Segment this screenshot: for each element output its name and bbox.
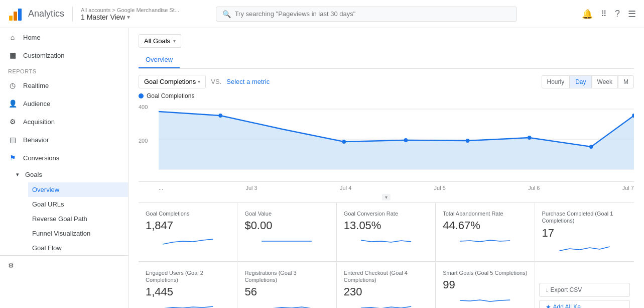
- sidebar-item-conversions[interactable]: ⚑ Conversions: [0, 149, 128, 167]
- metric-value-value: $0.00: [244, 219, 329, 232]
- chart-scroll-indicator[interactable]: ▾: [139, 193, 634, 200]
- main-content: All Goals ▾ Overview Goal Completions ▾ …: [128, 28, 644, 308]
- metric-label-goal3: Registrations (Goal 3 Completions): [244, 269, 329, 284]
- metric-card-completions: Goal Completions 1,847: [139, 203, 237, 262]
- sidebar-item-acquisition[interactable]: ⚙ Acquisition: [0, 113, 128, 131]
- metric-card-value: Goal Value $0.00: [237, 203, 336, 262]
- tabs: Overview: [139, 52, 634, 69]
- audience-icon: 👤: [8, 99, 17, 108]
- logo: Analytics: [8, 7, 64, 22]
- metric-value-abandonment-rate: 44.67%: [443, 219, 527, 232]
- add-all-key-label: Add All Ke: [553, 303, 581, 308]
- time-btn-hourly[interactable]: Hourly: [542, 75, 570, 88]
- metric-value-goal3: 56: [244, 285, 329, 298]
- master-view-dropdown-arrow[interactable]: ▾: [127, 14, 130, 21]
- sparkline-goal1: [542, 242, 627, 256]
- metric-card-goal3: Registrations (Goal 3 Completions) 56: [237, 262, 336, 308]
- export-csv-label: Export CSV: [551, 286, 582, 293]
- metric-dropdown-button[interactable]: Goal Completions ▾: [139, 75, 206, 88]
- sidebar-item-customization[interactable]: ▦ Customization: [0, 46, 128, 64]
- time-buttons: Hourly Day Week M: [542, 75, 634, 88]
- breadcrumb-bottom: 1 Master View ▾: [81, 13, 179, 21]
- svg-rect-0: [9, 16, 13, 21]
- all-goals-button[interactable]: All Goals ▾: [139, 34, 181, 48]
- svg-rect-2: [18, 9, 22, 21]
- metric-card-goal5: Smart Goals (Goal 5 Completions) 99: [436, 262, 535, 308]
- metric-cards-row1: Goal Completions 1,847 Goal Value $0.00 …: [139, 202, 634, 262]
- sparkline-goal2: [146, 300, 230, 308]
- metric-card-goal2: Engaged Users (Goal 2 Completions) 1,445: [139, 262, 237, 308]
- metric-label-goal4: Entered Checkout (Goal 4 Completions): [344, 269, 428, 284]
- svg-point-7: [218, 114, 222, 118]
- help-icon[interactable]: ?: [615, 9, 620, 19]
- metric-value-conversion-rate: 13.05%: [344, 219, 428, 232]
- chart-legend: Goal Completions: [139, 92, 634, 99]
- add-all-key-button[interactable]: ★ Add All Ke: [539, 300, 630, 308]
- svg-point-11: [528, 136, 532, 140]
- sidebar-label-behavior: Behavior: [23, 136, 49, 144]
- apps-icon[interactable]: ⠿: [601, 9, 607, 19]
- metric-value-goal1: 17: [542, 227, 627, 240]
- sidebar-label-funnel-visualization: Funnel Visualization: [32, 230, 90, 237]
- metric-label-completions: Goal Completions: [146, 210, 230, 217]
- y-label-400: 400: [139, 104, 148, 110]
- sidebar-label-reverse-goal-path: Reverse Goal Path: [32, 215, 87, 223]
- notifications-icon[interactable]: 🔔: [582, 9, 593, 20]
- realtime-icon: ◷: [8, 81, 17, 89]
- settings-icon: ⚙: [8, 262, 14, 269]
- analytics-logo-icon: [8, 7, 23, 22]
- sidebar-item-goal-flow[interactable]: Goal Flow: [28, 241, 128, 255]
- account-icon[interactable]: ☰: [628, 9, 636, 20]
- settings-item[interactable]: ⚙: [0, 255, 128, 275]
- sidebar-item-goal-urls[interactable]: Goal URLs: [28, 197, 128, 212]
- sidebar-label-home: Home: [23, 34, 41, 41]
- chart-x-labels: ... Jul 3 Jul 4 Jul 5 Jul 6 Jul 7: [139, 184, 634, 193]
- breadcrumb: All accounts > Google Merchandise St... …: [81, 7, 179, 21]
- sidebar-item-realtime[interactable]: ◷ Realtime: [0, 76, 128, 94]
- sidebar-label-acquisition: Acquisition: [23, 118, 55, 126]
- x-label-jul5: Jul 5: [434, 185, 446, 191]
- metric-label-conversion-rate: Goal Conversion Rate: [344, 210, 428, 217]
- search-input[interactable]: [235, 10, 510, 18]
- sparkline-goal3: [244, 300, 329, 308]
- time-btn-week[interactable]: Week: [592, 75, 618, 88]
- y-label-200: 200: [139, 138, 148, 144]
- metric-label-goal2: Engaged Users (Goal 2 Completions): [146, 269, 230, 284]
- sidebar-item-overview[interactable]: Overview: [28, 182, 128, 197]
- sidebar-label-audience: Audience: [23, 100, 50, 108]
- time-btn-month[interactable]: M: [618, 75, 634, 88]
- chart-svg: [159, 101, 634, 172]
- behavior-icon: ▤: [8, 136, 17, 144]
- tab-overview[interactable]: Overview: [139, 52, 180, 68]
- sidebar-item-behavior[interactable]: ▤ Behavior: [0, 131, 128, 149]
- content-inner: All Goals ▾ Overview Goal Completions ▾ …: [128, 28, 644, 308]
- export-icon: ↓: [546, 286, 549, 293]
- sidebar-label-customization: Customization: [23, 52, 64, 59]
- select-metric-link[interactable]: Select a metric: [226, 78, 270, 85]
- sidebar-item-audience[interactable]: 👤 Audience: [0, 94, 128, 113]
- metric-label-goal5: Smart Goals (Goal 5 Completions): [443, 269, 527, 276]
- search-bar[interactable]: 🔍: [216, 7, 517, 22]
- time-btn-day[interactable]: Day: [570, 75, 591, 88]
- conversions-icon: ⚑: [8, 154, 17, 162]
- sidebar-label-realtime: Realtime: [23, 82, 49, 89]
- metric-cards-row2: Engaged Users (Goal 2 Completions) 1,445…: [139, 262, 634, 308]
- metric-label-abandonment-rate: Total Abandonment Rate: [443, 210, 527, 217]
- export-csv-button[interactable]: ↓ Export CSV: [539, 283, 630, 297]
- breadcrumb-top: All accounts > Google Merchandise St...: [81, 7, 179, 13]
- sidebar-item-home[interactable]: ⌂ Home: [0, 28, 128, 46]
- svg-point-9: [404, 138, 408, 142]
- sidebar-label-goal-urls: Goal URLs: [32, 200, 64, 208]
- metric-value-completions: 1,847: [146, 219, 230, 232]
- metric-dropdown-arrow: ▾: [198, 79, 200, 84]
- sidebar-label-overview: Overview: [32, 186, 59, 193]
- x-label-jul7: Jul 7: [622, 185, 634, 191]
- metric-card-conversion-rate: Goal Conversion Rate 13.05%: [337, 203, 436, 262]
- goals-expand-icon: ▾: [16, 171, 19, 178]
- metric-card-export: ↓ Export CSV ★ Add All Ke: [535, 262, 634, 308]
- metric-value-goal4: 230: [344, 285, 428, 298]
- sidebar-item-goals[interactable]: ▾ Goals: [10, 167, 128, 182]
- sidebar-item-funnel-visualization[interactable]: Funnel Visualization: [28, 226, 128, 241]
- sidebar-item-reverse-goal-path[interactable]: Reverse Goal Path: [28, 212, 128, 226]
- sidebar-label-goals: Goals: [25, 171, 42, 178]
